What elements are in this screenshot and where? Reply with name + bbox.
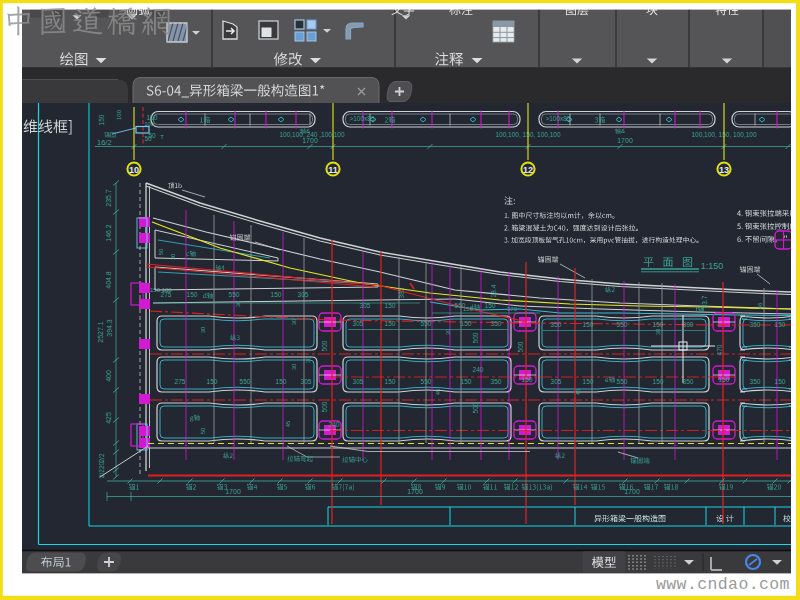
svg-text:轴&: 轴& xyxy=(300,128,310,135)
svg-text:370: 370 xyxy=(507,306,518,312)
svg-text:150: 150 xyxy=(522,376,533,383)
svg-text:28.4: 28.4 xyxy=(490,284,497,297)
svg-text:1700: 1700 xyxy=(225,488,241,495)
svg-text:12: 12 xyxy=(523,165,533,175)
svg-text:150: 150 xyxy=(271,291,282,298)
svg-text:50: 50 xyxy=(200,427,206,434)
svg-text:100,: 100, xyxy=(144,121,156,127)
svg-text:10: 10 xyxy=(129,165,139,175)
svg-text:www.cndao.com: www.cndao.com xyxy=(656,575,790,594)
svg-text:404.8: 404.8 xyxy=(105,271,112,289)
svg-text:30: 30 xyxy=(655,328,661,335)
svg-text:305: 305 xyxy=(298,291,309,298)
svg-text:2527.1: 2527.1 xyxy=(97,321,104,343)
svg-text:550: 550 xyxy=(229,291,240,298)
svg-text:350: 350 xyxy=(750,378,761,385)
svg-text:1700: 1700 xyxy=(617,137,633,144)
svg-text:550: 550 xyxy=(617,321,628,328)
svg-text:45: 45 xyxy=(285,420,291,427)
svg-text:1700: 1700 xyxy=(624,488,640,495)
svg-text:150: 150 xyxy=(207,378,218,385)
svg-text:150: 150 xyxy=(461,378,472,385)
svg-text:30: 30 xyxy=(200,326,206,333)
svg-text:轴&: 轴& xyxy=(615,128,625,135)
svg-text:150: 150 xyxy=(719,376,730,383)
svg-text:500: 500 xyxy=(472,332,479,343)
svg-text:>100x85: >100x85 xyxy=(545,115,571,122)
svg-text:30: 30 xyxy=(170,253,176,260)
svg-text:30: 30 xyxy=(305,356,311,363)
svg-text:16/2: 16/2 xyxy=(97,138,112,147)
svg-text:500: 500 xyxy=(321,401,328,412)
svg-text:>100x85: >100x85 xyxy=(349,115,375,122)
svg-text:50: 50 xyxy=(144,135,152,142)
svg-text:150: 150 xyxy=(385,302,396,309)
svg-text:500: 500 xyxy=(517,341,524,352)
svg-text:50: 50 xyxy=(158,248,164,255)
svg-text:150: 150 xyxy=(653,378,664,385)
svg-text:425: 425 xyxy=(105,412,112,424)
svg-text:45: 45 xyxy=(575,388,581,395)
svg-text:T: T xyxy=(160,134,164,140)
svg-text:550: 550 xyxy=(421,378,432,385)
svg-text:150: 150 xyxy=(276,378,287,385)
svg-text:46: 46 xyxy=(757,302,763,309)
svg-text:150: 150 xyxy=(147,114,158,121)
svg-text:100: 100 xyxy=(116,109,122,120)
svg-text:550: 550 xyxy=(421,320,432,327)
svg-text:150: 150 xyxy=(653,321,664,328)
svg-text:150: 150 xyxy=(98,114,105,125)
svg-text:150: 150 xyxy=(385,320,396,327)
svg-text:2/2: 2/2 xyxy=(98,453,105,462)
svg-text:30: 30 xyxy=(235,300,241,307)
svg-text:500: 500 xyxy=(472,402,479,413)
svg-text:150: 150 xyxy=(187,291,198,298)
svg-text:275: 275 xyxy=(161,291,172,298)
svg-text:30: 30 xyxy=(291,363,297,370)
svg-text:400: 400 xyxy=(105,370,112,382)
svg-text:275: 275 xyxy=(175,378,186,385)
svg-text:390: 390 xyxy=(683,321,694,328)
svg-text:150: 150 xyxy=(583,321,594,328)
svg-text:30: 30 xyxy=(291,318,297,325)
svg-text:150: 150 xyxy=(463,306,474,312)
svg-text:240: 240 xyxy=(329,421,340,428)
svg-text:500: 500 xyxy=(321,340,328,351)
svg-text:1700: 1700 xyxy=(407,488,423,495)
svg-text:470: 470 xyxy=(716,344,723,355)
svg-text:550: 550 xyxy=(240,378,251,385)
svg-text:45: 45 xyxy=(435,388,441,395)
svg-text:150: 150 xyxy=(461,320,472,327)
svg-text:150: 150 xyxy=(583,378,594,385)
svg-text:350: 350 xyxy=(683,378,694,385)
svg-text:146.2: 146.2 xyxy=(105,224,112,242)
svg-text:240: 240 xyxy=(473,366,484,373)
svg-text:350: 350 xyxy=(750,321,761,328)
svg-text:13: 13 xyxy=(719,165,729,175)
svg-text:350: 350 xyxy=(491,320,502,327)
svg-text:305: 305 xyxy=(353,320,364,327)
svg-text:30: 30 xyxy=(445,328,451,335)
svg-text:550: 550 xyxy=(617,378,628,385)
svg-text:93.7: 93.7 xyxy=(701,295,708,308)
svg-text:350: 350 xyxy=(491,378,502,385)
svg-text:1:150: 1:150 xyxy=(701,261,724,271)
svg-text:150: 150 xyxy=(385,378,396,385)
svg-text:350: 350 xyxy=(551,321,562,328)
svg-text:305: 305 xyxy=(353,378,364,385)
svg-text:394.3: 394.3 xyxy=(106,319,113,337)
svg-text:150: 150 xyxy=(775,378,786,385)
svg-text:150: 150 xyxy=(775,321,786,328)
svg-text:1700: 1700 xyxy=(302,137,318,144)
svg-text:235.7: 235.7 xyxy=(105,189,112,207)
svg-text:305: 305 xyxy=(551,378,562,385)
svg-text:305: 305 xyxy=(301,378,312,385)
svg-text:150: 150 xyxy=(485,302,496,309)
svg-text:305: 305 xyxy=(360,302,371,309)
svg-text:11: 11 xyxy=(328,165,338,175)
